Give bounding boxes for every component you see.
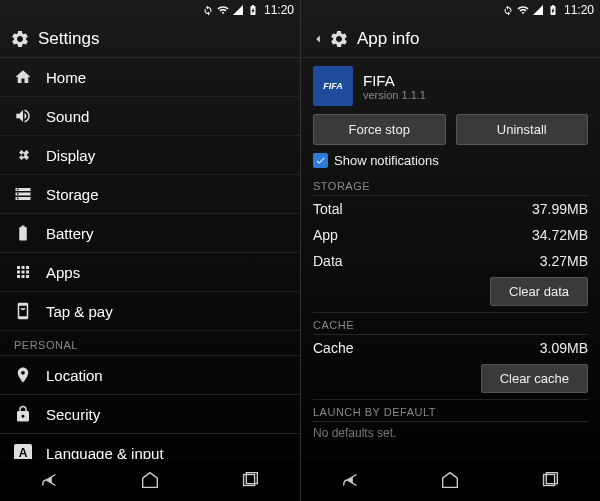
value: 34.72MB	[532, 227, 588, 243]
item-battery[interactable]: Battery	[0, 214, 300, 253]
back-nav-icon[interactable]	[340, 469, 362, 491]
personal-header: PERSONAL	[0, 331, 300, 356]
storage-total-row: Total 37.99MB	[313, 196, 588, 222]
item-apps[interactable]: Apps	[0, 253, 300, 292]
launch-header: LAUNCH BY DEFAULT	[313, 402, 588, 422]
app-info-header: App info	[301, 20, 600, 58]
lock-icon	[14, 405, 32, 423]
item-label: Display	[46, 147, 95, 164]
storage-icon	[14, 185, 32, 203]
item-label: Storage	[46, 186, 99, 203]
item-label: Language & input	[46, 445, 164, 460]
value: 3.09MB	[540, 340, 588, 356]
storage-app-row: App 34.72MB	[313, 222, 588, 248]
battery-icon	[547, 4, 559, 16]
clear-cache-button[interactable]: Clear cache	[481, 364, 588, 393]
item-label: Security	[46, 406, 100, 423]
recents-nav-icon[interactable]	[539, 469, 561, 491]
app-row: FIFA FIFA version 1.1.1	[313, 66, 588, 106]
home-nav-icon[interactable]	[439, 469, 461, 491]
sound-icon	[14, 107, 32, 125]
uninstall-button[interactable]: Uninstall	[456, 114, 589, 145]
battery-icon	[14, 224, 32, 242]
item-label: Location	[46, 367, 103, 384]
label: Data	[313, 253, 343, 269]
status-bar: 11:20	[0, 0, 300, 20]
item-sound[interactable]: Sound	[0, 97, 300, 136]
app-icon: FIFA	[313, 66, 353, 106]
display-icon	[14, 146, 32, 164]
label: Total	[313, 201, 343, 217]
app-info-title: App info	[357, 29, 419, 49]
item-storage[interactable]: Storage	[0, 175, 300, 214]
settings-header: Settings	[0, 20, 300, 58]
label: App	[313, 227, 338, 243]
location-icon	[14, 366, 32, 384]
signal-icon	[232, 4, 244, 16]
settings-title: Settings	[38, 29, 99, 49]
settings-screen: 11:20 Settings Home Sound Display Storag…	[0, 0, 300, 501]
app-info-content: FIFA FIFA version 1.1.1 Force stop Unins…	[301, 58, 600, 459]
rotate-icon	[202, 4, 214, 16]
gear-icon	[10, 29, 30, 49]
battery-icon	[247, 4, 259, 16]
gear-icon	[329, 29, 349, 49]
signal-icon	[532, 4, 544, 16]
nav-bar	[301, 459, 600, 501]
app-info-screen: 11:20 App info FIFA FIFA version 1.1.1 F…	[300, 0, 600, 501]
show-notifications-label: Show notifications	[334, 153, 439, 168]
app-name: FIFA	[363, 72, 426, 89]
value: 3.27MB	[540, 253, 588, 269]
apps-icon	[14, 263, 32, 281]
storage-data-row: Data 3.27MB	[313, 248, 588, 274]
value: 37.99MB	[532, 201, 588, 217]
item-location[interactable]: Location	[0, 356, 300, 395]
home-nav-icon[interactable]	[139, 469, 161, 491]
back-nav-icon[interactable]	[39, 469, 61, 491]
nfc-icon	[14, 302, 32, 320]
clock: 11:20	[264, 3, 294, 17]
item-tap-pay[interactable]: Tap & pay	[0, 292, 300, 331]
app-version: version 1.1.1	[363, 89, 426, 101]
checkbox-checked-icon[interactable]	[313, 153, 328, 168]
clear-data-button[interactable]: Clear data	[490, 277, 588, 306]
item-home[interactable]: Home	[0, 58, 300, 97]
item-label: Home	[46, 69, 86, 86]
rotate-icon	[502, 4, 514, 16]
nav-bar	[0, 459, 300, 501]
storage-header: STORAGE	[313, 176, 588, 196]
item-language[interactable]: A Language & input	[0, 434, 300, 459]
wifi-icon	[517, 4, 529, 16]
item-label: Tap & pay	[46, 303, 113, 320]
show-notifications-row[interactable]: Show notifications	[313, 153, 588, 168]
recents-nav-icon[interactable]	[239, 469, 261, 491]
item-label: Apps	[46, 264, 80, 281]
status-bar: 11:20	[301, 0, 600, 20]
clock: 11:20	[564, 3, 594, 17]
cache-header: CACHE	[313, 315, 588, 335]
force-stop-button[interactable]: Force stop	[313, 114, 446, 145]
item-display[interactable]: Display	[0, 136, 300, 175]
launch-text: No defaults set.	[313, 422, 588, 444]
back-icon[interactable]	[311, 32, 325, 46]
item-security[interactable]: Security	[0, 395, 300, 434]
wifi-icon	[217, 4, 229, 16]
language-icon: A	[14, 444, 32, 459]
item-label: Battery	[46, 225, 94, 242]
label: Cache	[313, 340, 353, 356]
home-icon	[14, 68, 32, 86]
item-label: Sound	[46, 108, 89, 125]
cache-row: Cache 3.09MB	[313, 335, 588, 361]
settings-list: Home Sound Display Storage Battery Apps …	[0, 58, 300, 459]
